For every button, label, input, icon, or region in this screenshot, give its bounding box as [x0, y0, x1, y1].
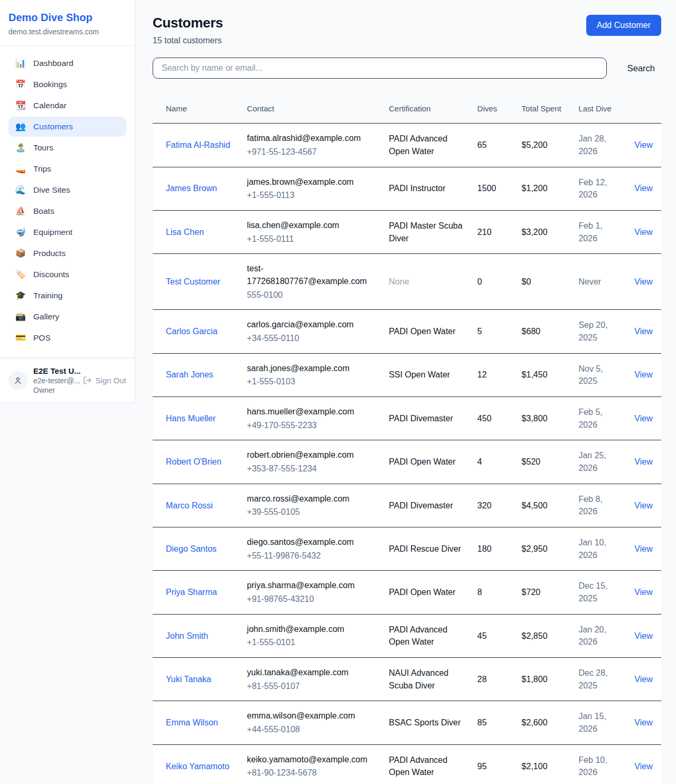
customer-dives: 450	[471, 396, 515, 440]
sidebar-item-trips[interactable]: 🚤 Trips	[8, 159, 126, 179]
sidebar-item-gallery[interactable]: 📸 Gallery	[8, 307, 126, 327]
user-section: E2E Test U... e2e-tester@... Owner Sign …	[0, 358, 135, 402]
customer-email: test-1772681807767@example.com	[247, 262, 377, 287]
sidebar-item-dive-sites[interactable]: 🌊 Dive Sites	[8, 180, 126, 200]
view-link[interactable]: View	[634, 675, 652, 684]
view-link[interactable]: View	[634, 370, 652, 379]
sidebar-item-equipment[interactable]: 🤿 Equipment	[8, 222, 126, 242]
customer-name-link[interactable]: Hans Mueller	[166, 412, 215, 425]
customer-last-dive: Never	[572, 254, 628, 310]
customer-certification: PADI Master Scuba Diver	[382, 210, 471, 253]
customer-total-spent: $1,800	[515, 658, 572, 701]
view-link[interactable]: View	[634, 228, 652, 237]
view-link[interactable]: View	[634, 588, 652, 597]
col-certification: Certification	[382, 93, 471, 124]
view-link[interactable]: View	[634, 457, 652, 466]
view-link[interactable]: View	[634, 327, 652, 336]
customer-name-link[interactable]: Diego Santos	[166, 543, 217, 555]
customer-last-dive: Feb 1, 2026	[572, 210, 628, 253]
customer-total-spent: $2,850	[515, 614, 572, 657]
view-link[interactable]: View	[634, 718, 652, 727]
table-header: Name Contact Certification Dives Total S…	[153, 93, 661, 124]
customer-email: keiko.yamamoto@example.com	[247, 753, 377, 766]
customer-total-spent: $2,100	[515, 744, 572, 784]
customer-name-link[interactable]: Lisa Chen	[166, 226, 204, 239]
customer-total-spent: $2,600	[515, 701, 572, 744]
add-customer-button[interactable]: Add Customer	[586, 15, 661, 36]
customer-last-dive: Dec 28, 2025	[572, 658, 628, 701]
customer-total-spent: $3,800	[515, 396, 572, 440]
customer-last-dive: Feb 8, 2026	[572, 484, 628, 527]
view-link[interactable]: View	[634, 501, 652, 510]
sidebar-item-training[interactable]: 🎓 Training	[8, 286, 126, 306]
view-link[interactable]: View	[634, 762, 652, 771]
customer-name-link[interactable]: Fatima Al-Rashid	[166, 139, 230, 152]
customer-certification: PADI Open Water	[382, 310, 471, 353]
view-link[interactable]: View	[634, 277, 652, 286]
customer-name-link[interactable]: Sarah Jones	[166, 369, 213, 381]
view-link[interactable]: View	[634, 140, 652, 149]
sidebar-item-bookings[interactable]: 📅 Bookings	[8, 74, 126, 95]
view-link[interactable]: View	[634, 184, 652, 193]
gallery-icon: 📸	[15, 313, 26, 321]
table-row: Yuki Tanaka yuki.tanaka@example.com +81-…	[153, 658, 661, 701]
table-row: Test Customer test-1772681807767@example…	[153, 254, 661, 310]
customer-email: yuki.tanaka@example.com	[247, 666, 377, 679]
search-button[interactable]: Search	[621, 59, 661, 78]
sidebar-item-products[interactable]: 📦 Products	[8, 243, 126, 263]
customer-total-spent: $520	[515, 440, 572, 484]
calendar-icon: 📆	[15, 101, 26, 110]
discounts-icon: 🏷️	[15, 270, 26, 279]
search-input[interactable]	[153, 58, 607, 79]
sign-out-icon	[83, 376, 92, 385]
col-name: Name	[153, 93, 241, 124]
customer-name-link[interactable]: Emma Wilson	[166, 716, 218, 729]
customer-dives: 65	[471, 124, 515, 167]
col-total-spent: Total Spent	[515, 93, 572, 124]
customer-last-dive: Jan 25, 2026	[572, 440, 628, 484]
customer-total-spent: $2,950	[515, 527, 572, 571]
customer-last-dive: Dec 15, 2025	[572, 571, 628, 614]
sign-out-button[interactable]: Sign Out	[83, 376, 126, 385]
view-link[interactable]: View	[634, 631, 652, 640]
customer-name-link[interactable]: Robert O'Brien	[166, 456, 221, 468]
customer-phone: +81-90-1234-5678	[247, 767, 377, 779]
customer-name-link[interactable]: James Brown	[166, 182, 217, 195]
customer-name-link[interactable]: Carlos Garcia	[166, 325, 218, 338]
sidebar-item-discounts[interactable]: 🏷️ Discounts	[8, 265, 126, 285]
customer-phone: +1-555-0111	[247, 233, 377, 245]
view-link[interactable]: View	[634, 414, 652, 423]
sidebar-item-dashboard[interactable]: 📊 Dashboard	[8, 53, 126, 73]
customer-phone: +39-555-0105	[247, 506, 377, 518]
customer-name-link[interactable]: Test Customer	[166, 276, 220, 288]
customer-phone: +1-555-0113	[247, 189, 377, 202]
customer-name-link[interactable]: Marco Rossi	[166, 499, 213, 512]
customer-last-dive: Feb 12, 2026	[572, 167, 628, 210]
sidebar-item-customers[interactable]: 👥 Customers	[8, 117, 126, 137]
shop-title: Demo Dive Shop	[8, 12, 126, 24]
customer-certification: NAUI Advanced Scuba Diver	[382, 658, 471, 701]
customer-email: james.brown@example.com	[247, 176, 377, 188]
sidebar-item-tours[interactable]: 🏝️ Tours	[8, 138, 126, 158]
customer-total-spent: $1,200	[515, 167, 572, 210]
customer-name-link[interactable]: Priya Sharma	[166, 586, 217, 599]
trips-icon: 🚤	[15, 165, 26, 173]
customer-total-spent: $1,450	[515, 353, 572, 396]
customer-certification: None	[382, 254, 471, 310]
sidebar-item-boats[interactable]: ⛵ Boats	[8, 201, 126, 221]
customer-dives: 320	[471, 484, 515, 527]
customer-table-body: Fatima Al-Rashid fatima.alrashid@example…	[153, 124, 661, 784]
customer-email: hans.mueller@example.com	[247, 405, 377, 418]
view-link[interactable]: View	[634, 544, 652, 553]
sidebar-item-pos[interactable]: 💳 POS	[8, 328, 126, 348]
customer-certification: PADI Rescue Diver	[382, 527, 471, 571]
customer-last-dive: Jan 20, 2026	[572, 614, 628, 657]
customer-name-link[interactable]: John Smith	[166, 630, 208, 643]
customer-phone: +353-87-555-1234	[247, 462, 377, 475]
user-role: Owner	[33, 386, 77, 394]
shop-domain: demo.test.divestreams.com	[8, 27, 126, 36]
col-actions	[628, 93, 661, 124]
sidebar-item-calendar[interactable]: 📆 Calendar	[8, 96, 126, 116]
customer-name-link[interactable]: Yuki Tanaka	[166, 673, 211, 686]
customer-name-link[interactable]: Keiko Yamamoto	[166, 760, 229, 773]
